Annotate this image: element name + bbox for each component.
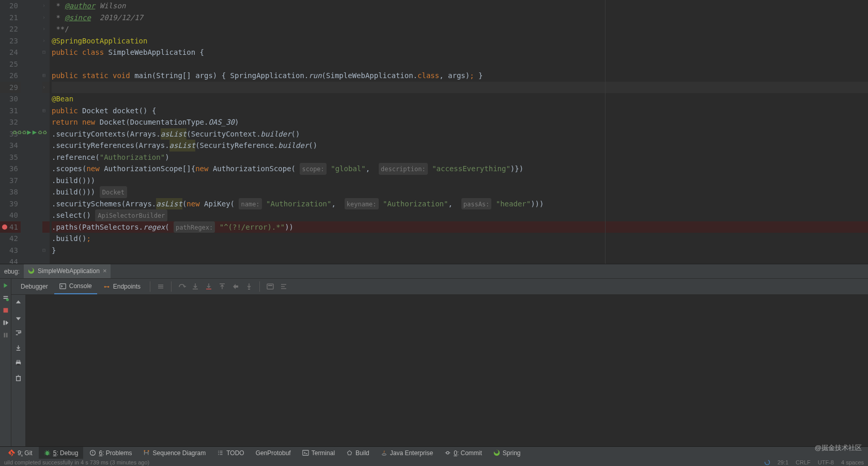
tab-debugger[interactable]: Debugger [16, 279, 53, 294]
scroll-to-end-icon[interactable] [14, 344, 22, 352]
breakpoint-gutter[interactable] [0, 209, 9, 221]
code-line[interactable]: public class SimpleWebApplication { [52, 47, 868, 58]
recycle-icon[interactable]: ♻ [38, 126, 42, 138]
gutter-icons[interactable]: ♻♻ [12, 126, 22, 138]
code-line[interactable]: .build())) [52, 175, 868, 187]
line-number[interactable]: 34 [9, 140, 21, 152]
gutter-icons[interactable]: ▶ [33, 126, 37, 138]
drop-frame-icon[interactable] [231, 282, 240, 291]
gutter-icons[interactable]: ♻▶ [22, 126, 32, 138]
fold-gutter[interactable] [42, 152, 50, 163]
modify-run-icon[interactable] [2, 294, 9, 302]
rerun-icon[interactable] [2, 282, 9, 289]
indent-setting[interactable]: 4 spaces [841, 459, 864, 465]
recycle-icon[interactable]: ♻ [17, 126, 21, 138]
fold-gutter[interactable]: › [42, 82, 50, 94]
code-line[interactable]: } [52, 245, 868, 257]
pause-icon[interactable] [2, 332, 9, 339]
editor-gutter[interactable]: 2021222324252629303132333435363738394041… [0, 0, 50, 264]
tool-todo[interactable]: TODO [212, 447, 249, 459]
breakpoint-gutter[interactable] [0, 93, 9, 105]
breakpoint-gutter[interactable] [0, 175, 9, 187]
code-line[interactable]: **/ [52, 23, 868, 35]
fold-gutter[interactable] [42, 116, 50, 128]
fold-gutter[interactable] [42, 128, 50, 140]
fold-chevron-icon[interactable]: › [42, 0, 45, 12]
fold-gutter[interactable]: › [42, 23, 50, 35]
code-line[interactable]: .paths(PathSelectors.regex( pathRegex: "… [52, 221, 868, 233]
breakpoint-gutter[interactable] [0, 163, 9, 175]
fold-toggle-icon[interactable]: ⊞ [42, 105, 45, 117]
code-line[interactable]: @SpringBootApplication [52, 35, 868, 47]
force-step-into-icon[interactable] [205, 282, 213, 291]
code-line[interactable]: .build(); [52, 233, 868, 245]
line-number[interactable]: 41 [9, 221, 21, 233]
fold-gutter[interactable] [42, 221, 50, 233]
line-number[interactable]: 22 [9, 23, 21, 35]
fold-chevron-icon[interactable]: › [42, 35, 45, 47]
breakpoint-gutter[interactable] [0, 140, 9, 152]
fold-gutter[interactable]: ⊞ [42, 105, 50, 117]
code-line[interactable]: public Docket docket() { [52, 105, 868, 117]
line-number[interactable]: 21 [9, 12, 21, 24]
fold-gutter[interactable] [42, 93, 50, 105]
tool-git[interactable]: 9: Git [3, 447, 38, 459]
fold-close-icon[interactable]: ⊟ [42, 245, 45, 257]
breakpoint-gutter[interactable] [0, 233, 9, 245]
progress-icon[interactable] [764, 459, 770, 465]
caret-position[interactable]: 29:1 [778, 459, 788, 465]
breakpoint-gutter[interactable] [0, 198, 9, 210]
line-number[interactable]: 39 [9, 198, 21, 210]
code-line[interactable]: * @author Wilson [52, 0, 868, 12]
breakpoint-gutter[interactable] [0, 186, 9, 198]
code-line[interactable]: .securityReferences(Arrays.asList(Securi… [52, 140, 868, 152]
line-number[interactable]: 25 [9, 58, 21, 70]
fold-gutter[interactable]: › [42, 35, 50, 47]
clear-icon[interactable] [14, 374, 22, 382]
fold-gutter[interactable] [42, 198, 50, 210]
line-number[interactable]: 31 [9, 105, 21, 117]
code-line[interactable]: .scopes(new AuthorizationScope[]{new Aut… [52, 163, 868, 175]
fold-gutter[interactable] [42, 209, 50, 221]
breakpoint-gutter[interactable] [0, 23, 9, 35]
recycle-icon[interactable]: ♻ [12, 126, 17, 138]
step-over-icon[interactable] [178, 282, 186, 291]
code-editor[interactable]: 2021222324252629303132333435363738394041… [0, 0, 868, 264]
fold-gutter[interactable] [42, 233, 50, 245]
fold-gutter[interactable]: ⊟ [42, 47, 50, 58]
run-to-cursor-icon[interactable] [245, 282, 253, 291]
tab-endpoints[interactable]: Endpoints [98, 279, 146, 294]
line-number[interactable]: 35 [9, 152, 21, 163]
line-number[interactable]: 29 [9, 82, 21, 94]
breakpoint-gutter[interactable] [0, 12, 9, 24]
tool-spring[interactable]: Spring [488, 447, 526, 459]
breakpoint-icon[interactable] [2, 224, 7, 230]
show-exec-point-icon[interactable] [157, 282, 165, 291]
tool-problems[interactable]: 6: Problems [84, 447, 137, 459]
code-line[interactable] [52, 58, 868, 70]
code-line[interactable]: * @since 2019/12/17 [52, 12, 868, 24]
down-arrow-icon[interactable] [14, 314, 22, 322]
breakpoint-gutter[interactable] [0, 105, 9, 117]
evaluate-icon[interactable] [266, 282, 274, 291]
line-number[interactable]: 30 [9, 93, 21, 105]
code-line[interactable] [52, 82, 868, 94]
fold-gutter[interactable] [42, 186, 50, 198]
print-icon[interactable] [14, 359, 22, 367]
breakpoint-gutter[interactable] [0, 35, 9, 47]
recycle-icon[interactable]: ♻ [22, 126, 26, 138]
code-line[interactable]: @Bean [52, 93, 868, 105]
code-line[interactable]: return new Docket(DocumentationType.OAS_… [52, 116, 868, 128]
step-out-icon[interactable] [218, 282, 226, 291]
up-arrow-icon[interactable] [14, 299, 22, 307]
fold-chevron-icon[interactable]: › [42, 82, 45, 94]
fold-gutter[interactable]: ⊞ [42, 70, 50, 82]
code-line[interactable]: .select() ApiSelectorBuilder [52, 209, 868, 221]
breakpoint-gutter[interactable] [0, 152, 9, 163]
fold-gutter[interactable] [42, 175, 50, 187]
line-number[interactable]: 36 [9, 163, 21, 175]
tool-genprotobuf[interactable]: GenProtobuf [251, 447, 296, 459]
debug-run-config-tab[interactable]: SimpleWebApplication × [24, 264, 111, 278]
breakpoint-gutter[interactable] [0, 58, 9, 70]
breakpoint-gutter[interactable] [0, 116, 9, 128]
